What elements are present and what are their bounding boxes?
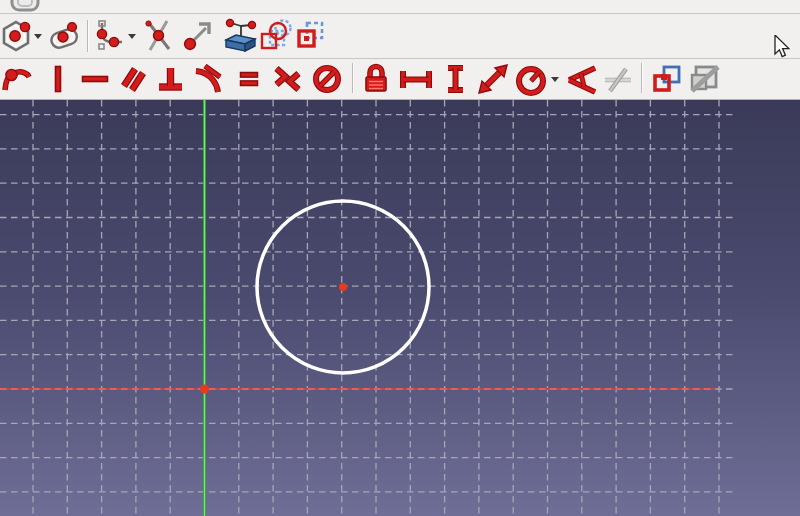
constrain-coincident-icon[interactable] [2,64,32,94]
toggle-active-constraint-icon [688,63,722,97]
constrain-block-icon[interactable] [312,64,342,94]
constrain-distance-icon[interactable] [476,63,510,95]
constrain-perpendicular-icon[interactable] [155,64,185,94]
fillet-dropdown-icon[interactable] [127,20,137,52]
create-polygon-icon[interactable] [0,20,32,52]
constrain-horizontal-icon[interactable] [80,64,110,94]
sketch-canvas[interactable] [0,100,800,516]
create-slot-icon[interactable] [48,20,80,52]
constrain-symmetric-icon[interactable] [272,64,302,94]
create-fillet-icon[interactable] [93,20,125,52]
constraints-toolbar [0,59,800,100]
sketch-tools-toolbar [0,14,800,59]
sketch-viewport[interactable] [0,100,800,516]
freecad-window [0,0,800,516]
constrain-parallel-icon[interactable] [118,64,148,94]
toolbar-separator [352,63,354,93]
carbon-copy-icon[interactable] [258,19,292,53]
clipped-toolbar-icon [8,0,48,13]
origin-point[interactable] [200,385,209,394]
constrain-horizontal-distance-icon[interactable] [398,64,434,94]
constrain-equal-icon[interactable] [234,64,264,94]
polygon-dropdown-icon[interactable] [33,20,43,52]
radius-dropdown-icon[interactable] [550,63,560,95]
constrain-angle-icon[interactable] [564,63,598,97]
extend-edge-icon[interactable] [182,20,214,52]
constrain-lock-icon[interactable] [360,63,392,95]
constrain-vertical-distance-icon[interactable] [440,64,470,94]
constrain-radius-icon[interactable] [514,63,548,97]
constrain-snells-law-icon [601,63,635,97]
trim-edge-icon[interactable] [142,20,174,52]
constrain-vertical-icon[interactable] [43,64,73,94]
external-geometry-icon[interactable] [222,18,258,54]
toolbar-separator [87,20,89,52]
toolbar-top-partial [0,0,800,14]
constrain-tangent-icon[interactable] [192,64,222,94]
toggle-construction-icon[interactable] [294,19,328,53]
toolbar-separator [641,63,643,93]
toggle-driving-constraint-icon[interactable] [650,63,684,97]
circle-center-point[interactable] [339,283,347,291]
